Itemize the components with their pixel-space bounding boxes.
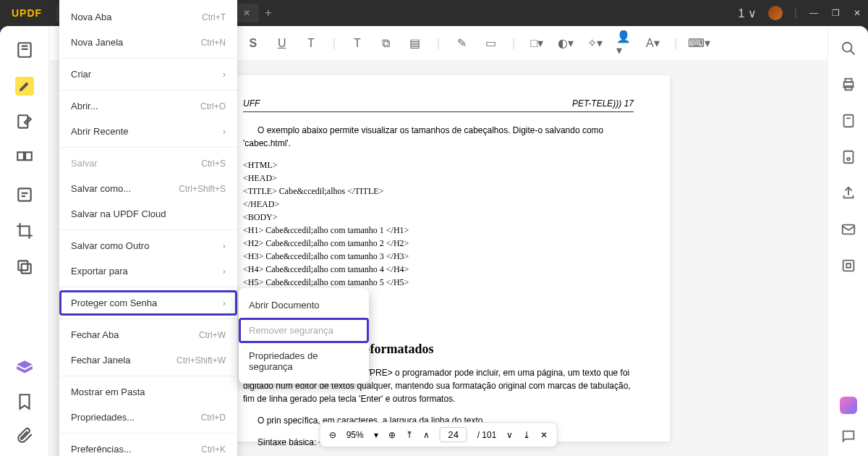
- print-icon[interactable]: [841, 77, 856, 93]
- minimize-button[interactable]: —: [809, 8, 819, 18]
- page-nav-bar: ⊖ 95% ▾ ⊕ ⤒ ∧ / 101 ∨ ⤓ ✕: [320, 422, 558, 447]
- strikethrough-icon[interactable]: S: [246, 36, 260, 51]
- svg-rect-2: [17, 152, 24, 160]
- doc-intro: O exemplo abaixo permite visualizar os t…: [243, 124, 634, 150]
- textbox-icon[interactable]: T: [350, 36, 365, 51]
- ocr-icon[interactable]: [841, 113, 856, 129]
- attachment-icon[interactable]: [15, 426, 34, 444]
- svg-rect-5: [21, 264, 30, 274]
- stamp-icon[interactable]: ✧▾: [587, 36, 602, 51]
- share-icon[interactable]: [841, 185, 856, 201]
- crop-icon[interactable]: [15, 221, 34, 240]
- close-window-button[interactable]: ✕: [852, 8, 862, 18]
- menu-item[interactable]: Fechar AbaCtrl+W: [59, 322, 237, 347]
- menu-item[interactable]: Salvar como...Ctrl+Shift+S: [59, 176, 237, 201]
- batch-icon[interactable]: [841, 149, 856, 165]
- left-sidebar: [0, 26, 49, 456]
- app-logo: UPDF: [12, 7, 42, 19]
- user-badge[interactable]: 1 ∨: [738, 7, 756, 20]
- highlight-icon[interactable]: [15, 77, 34, 96]
- more-tools-icon[interactable]: ⌨▾: [692, 36, 706, 51]
- reader-icon[interactable]: [15, 41, 34, 59]
- shape-icon[interactable]: □▾: [529, 36, 544, 51]
- menu-item[interactable]: Exportar para›: [59, 258, 237, 284]
- menu-item[interactable]: Nova AbaCtrl+T: [59, 4, 237, 30]
- next-page-button[interactable]: ∨: [506, 430, 513, 440]
- avatar[interactable]: [768, 6, 783, 20]
- first-page-button[interactable]: ⤒: [406, 430, 413, 440]
- sticker-icon[interactable]: ◐▾: [558, 36, 573, 51]
- page-total: / 101: [477, 430, 497, 440]
- menu-item[interactable]: Nova JanelaCtrl+N: [59, 30, 237, 55]
- zoom-dropdown[interactable]: ▾: [374, 430, 378, 440]
- pdf-page: UFF PET-TELE))) 17 O exemplo abaixo perm…: [207, 75, 670, 442]
- close-nav-button[interactable]: ✕: [540, 430, 548, 440]
- menu-item[interactable]: Abrir Recente›: [59, 119, 237, 144]
- svg-point-7: [842, 43, 851, 52]
- page-header-left: UFF: [243, 97, 260, 110]
- menu-item[interactable]: Criar›: [59, 62, 237, 87]
- chat-icon[interactable]: [841, 428, 856, 444]
- note-icon[interactable]: ▤: [408, 36, 422, 51]
- eraser-icon[interactable]: ▭: [483, 36, 498, 51]
- page-header-right: PET-TELE))) 17: [572, 97, 634, 110]
- window-controls: 1 ∨ | — ❐ ✕: [738, 6, 862, 20]
- svg-rect-9: [845, 79, 851, 83]
- zoom-in-button[interactable]: ⊕: [388, 430, 396, 440]
- compress-icon[interactable]: [841, 258, 856, 274]
- submenu-item[interactable]: Remover segurança: [239, 318, 369, 343]
- search-icon[interactable]: [841, 41, 856, 56]
- svg-point-13: [847, 158, 850, 161]
- edit-icon[interactable]: [15, 113, 34, 132]
- page-input[interactable]: [440, 427, 467, 442]
- prev-page-button[interactable]: ∧: [423, 430, 430, 440]
- pages-icon[interactable]: [15, 149, 34, 168]
- layers-icon[interactable]: [15, 359, 34, 378]
- form-icon[interactable]: [15, 185, 34, 204]
- menu-item[interactable]: Propriedades...Ctrl+D: [59, 405, 237, 430]
- submenu-item[interactable]: Abrir Documento: [239, 292, 369, 318]
- callout-icon[interactable]: ⧉: [379, 36, 393, 51]
- file-menu: Nova AbaCtrl+TNova JanelaCtrl+NCriar›Abr…: [59, 0, 237, 456]
- last-page-button[interactable]: ⤓: [523, 430, 530, 440]
- zoom-out-button[interactable]: ⊖: [329, 430, 336, 440]
- right-sidebar: [827, 26, 868, 456]
- svg-rect-11: [843, 115, 853, 127]
- signature-icon[interactable]: 👤▾: [616, 36, 631, 51]
- protect-submenu: Abrir DocumentoRemover segurançaPropried…: [239, 288, 369, 384]
- menu-item[interactable]: Abrir...Ctrl+O: [59, 93, 237, 119]
- svg-rect-4: [18, 188, 30, 200]
- pencil-icon[interactable]: ✎: [454, 36, 469, 51]
- menu-item[interactable]: Fechar JanelaCtrl+Shift+W: [59, 347, 237, 373]
- menu-item[interactable]: Proteger com Senha›: [59, 290, 237, 316]
- menu-item[interactable]: Preferências...Ctrl+K: [59, 436, 237, 456]
- copy-icon[interactable]: [15, 258, 34, 276]
- ai-icon[interactable]: [840, 397, 857, 414]
- zoom-level: 95%: [346, 430, 364, 440]
- add-tab-button[interactable]: +: [265, 7, 271, 20]
- bookmark-icon[interactable]: [15, 392, 34, 411]
- email-icon[interactable]: [841, 221, 856, 237]
- redact-icon[interactable]: A▾: [645, 36, 660, 51]
- menu-item[interactable]: Salvar como Outro›: [59, 233, 237, 258]
- svg-rect-15: [843, 261, 854, 271]
- underline-icon[interactable]: U: [275, 36, 289, 51]
- menu-item[interactable]: SalvarCtrl+S: [59, 151, 237, 176]
- svg-rect-10: [845, 86, 851, 90]
- close-tab-icon[interactable]: ✕: [243, 8, 250, 18]
- maximize-button[interactable]: ❐: [830, 8, 841, 18]
- menu-item[interactable]: Mostrar em Pasta: [59, 379, 237, 405]
- svg-rect-6: [18, 261, 27, 270]
- submenu-item[interactable]: Propriedades de segurança: [239, 343, 369, 379]
- text-icon[interactable]: T: [304, 36, 318, 51]
- menu-item[interactable]: Salvar na UPDF Cloud: [59, 201, 237, 227]
- svg-rect-3: [25, 152, 32, 160]
